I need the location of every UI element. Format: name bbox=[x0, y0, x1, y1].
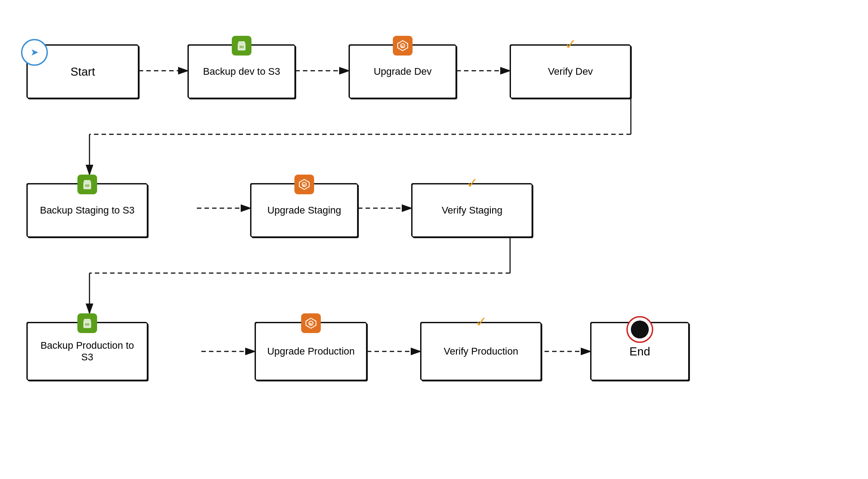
verify-dev-label: Verify Dev bbox=[548, 66, 593, 77]
helm-icon-1: K bbox=[393, 36, 413, 56]
backup-dev-label: Backup dev to S3 bbox=[203, 66, 280, 77]
helm-icon-2: K bbox=[294, 175, 314, 194]
upgrade-dev-node: K Upgrade Dev bbox=[349, 45, 456, 98]
backup-dev-node: Backup dev to S3 bbox=[188, 45, 295, 98]
start-icon: ➤ bbox=[30, 47, 38, 58]
helm-icon-3: K bbox=[301, 313, 321, 333]
backup-staging-label: Backup Staging to S3 bbox=[40, 205, 135, 216]
start-node: ➤ Start bbox=[27, 45, 139, 98]
verify-staging-label: Verify Staging bbox=[442, 205, 502, 216]
end-inner-circle bbox=[631, 321, 649, 338]
upgrade-prod-label: Upgrade Production bbox=[267, 346, 355, 357]
svg-text:K: K bbox=[310, 322, 313, 326]
backup-prod-node: Backup Production to S3 bbox=[27, 322, 148, 381]
svg-text:K: K bbox=[401, 44, 404, 49]
upgrade-staging-node: K Upgrade Staging bbox=[251, 184, 358, 237]
check-icon-2: ✓ bbox=[466, 175, 478, 192]
backup-prod-label: Backup Production to S3 bbox=[40, 340, 134, 363]
start-label: Start bbox=[71, 65, 95, 79]
start-circle: ➤ bbox=[21, 39, 48, 66]
verify-prod-label: Verify Production bbox=[444, 346, 518, 357]
verify-prod-node: ✓ Verify Production bbox=[421, 322, 541, 381]
upgrade-dev-label: Upgrade Dev bbox=[374, 66, 432, 77]
check-icon-3: ✓ bbox=[475, 313, 487, 330]
end-node: End bbox=[591, 322, 689, 381]
svg-text:K: K bbox=[303, 183, 306, 188]
verify-dev-node: ✓ Verify Dev bbox=[510, 45, 631, 98]
bucket-icon-3 bbox=[77, 313, 97, 333]
upgrade-prod-node: K Upgrade Production bbox=[255, 322, 367, 381]
bucket-icon-2 bbox=[77, 175, 97, 194]
upgrade-staging-label: Upgrade Staging bbox=[267, 205, 341, 216]
backup-staging-node: Backup Staging to S3 bbox=[27, 184, 148, 237]
bucket-icon-1 bbox=[232, 36, 251, 56]
check-icon-1: ✓ bbox=[565, 36, 577, 53]
end-circle bbox=[626, 316, 653, 343]
workflow-canvas: ➤ Start Backup dev to S3 K Upgrade Dev ✓… bbox=[0, 0, 868, 479]
end-label: End bbox=[630, 345, 650, 359]
verify-staging-node: ✓ Verify Staging bbox=[412, 184, 532, 237]
